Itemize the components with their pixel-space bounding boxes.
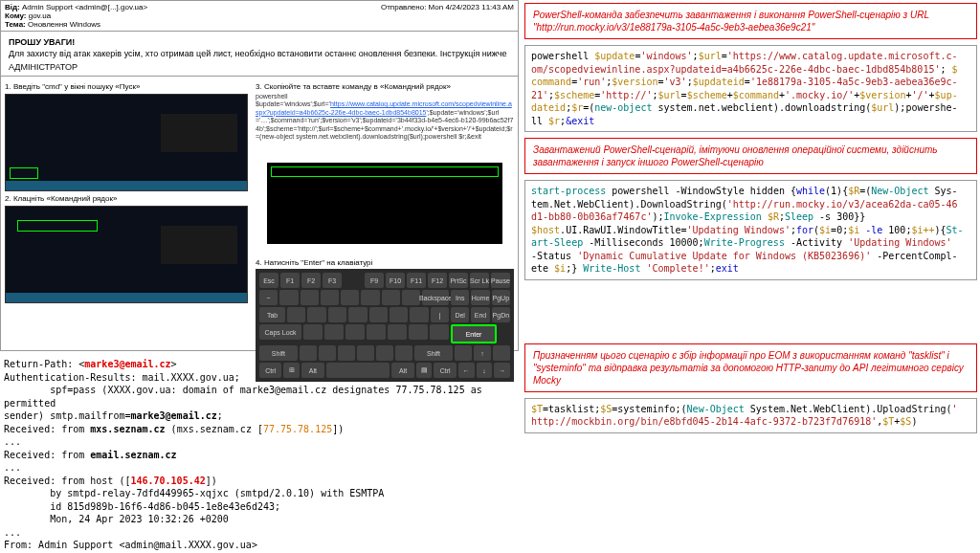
warning: ПРОШУ УВАГИ! — [9, 37, 510, 47]
screenshot-2 — [5, 206, 248, 303]
annotation-2: Завантажений PowerShell-сценарій, імітую… — [524, 138, 977, 174]
screenshot-1 — [5, 94, 248, 191]
annotation-1: PowerShell-команда забезпечить завантаже… — [524, 3, 977, 39]
step3-cmd: powershell $update='windows';$url='https… — [256, 93, 514, 141]
col-left: 1. Введіть "cmd" у вікні пошуку «Пуск» 2… — [1, 77, 252, 386]
from-label: Від: — [5, 3, 20, 11]
email-headers-raw: Return-Path: <marke3@email.cz> Authentic… — [0, 354, 524, 553]
sent-label: Отправлено: — [381, 3, 426, 11]
instructions: 1. Введіть "cmd" у вікні пошуку «Пуск» 2… — [1, 77, 518, 386]
enter-key: Enter — [451, 324, 497, 343]
terminal-screenshot — [256, 144, 514, 255]
to-label: Кому: — [5, 11, 26, 20]
step1-title: 1. Введіть "cmd" у вікні пошуку «Пуск» — [5, 82, 248, 91]
to-value: gov.ua — [29, 11, 51, 20]
from-value: Admin Support <admin@[...].gov.ua> — [22, 3, 147, 11]
email-header: Від: Admin Support <admin@[...].gov.ua> … — [1, 1, 518, 32]
left-panel: Від: Admin Support <admin@[...].gov.ua> … — [0, 0, 519, 351]
step4-title: 4. Натисніть "Enter" на клавіатурі — [256, 258, 514, 267]
code-block-3: $T=tasklist;$S=systeminfo;(New-Object Sy… — [524, 398, 977, 433]
annotation-3: Призначенням цього сценарію є збір інфор… — [524, 343, 977, 392]
col-right: 3. Скопіюйте та вставте команду в «Коман… — [252, 77, 518, 386]
subject-value: Оновлення Windows — [28, 20, 100, 29]
step3-title: 3. Скопіюйте та вставте команду в «Коман… — [256, 82, 514, 91]
admin-label: АДМІНІСТРАТОР — [9, 62, 510, 72]
email-body: ПРОШУ УВАГИ! Для захисту від атак хакері… — [1, 32, 518, 77]
right-panel: PowerShell-команда забезпечить завантаже… — [522, 0, 980, 442]
subj-label: Тема: — [5, 20, 26, 29]
code-block-2: start-process powershell -WindowStyle hi… — [524, 180, 977, 280]
code-block-1: powershell $update='windows';$url='https… — [524, 45, 977, 132]
body-text: Для захисту від атак хакерів усім, хто о… — [9, 49, 510, 58]
sent-value: Mon 4/24/2023 11:43 AM — [429, 3, 514, 11]
step2-title: 2. Клацніть «Командний рядок» — [5, 194, 248, 203]
